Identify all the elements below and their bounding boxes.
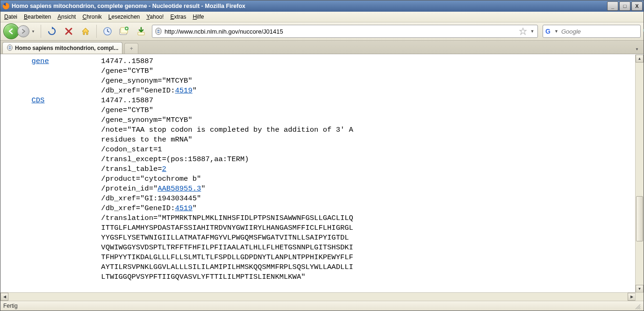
protein-id-link[interactable]: AAB58955.3 xyxy=(157,184,201,193)
tab-active[interactable]: Homo sapiens mitochondrion, compl... xyxy=(2,42,122,54)
scroll-thumb[interactable] xyxy=(636,196,643,241)
navigation-toolbar: ▼ http://www.ncbi.nlm.nih.gov/nuccore/J0… xyxy=(0,22,644,41)
search-engine-dropdown[interactable]: ▼ xyxy=(554,29,558,34)
cds-translation-l4: VQWIWGGYSVDSPTLTRFFTFHFILPFIIAALATLHLLFL… xyxy=(101,243,353,252)
menu-datei[interactable]: Datei xyxy=(4,14,17,20)
url-dropdown-icon[interactable]: ▼ xyxy=(529,29,536,34)
url-text[interactable]: http://www.ncbi.nlm.nih.gov/nuccore/J014… xyxy=(165,28,517,35)
new-tab-tab-button[interactable]: + xyxy=(124,43,138,54)
forward-button[interactable] xyxy=(17,25,29,37)
tab-bar: Homo sapiens mitochondrion, compl... + ▼ xyxy=(0,41,644,54)
separator xyxy=(96,25,97,38)
downloads-button[interactable] xyxy=(135,25,147,37)
cds-translation-l3: YYGSFLYSETWNIGIILLATMATAFMGYVLPWGQMSFWGA… xyxy=(101,233,349,242)
cds-translation-l1: /translation="MTPMRKTNPLMKLINHSFIDLPTPSN… xyxy=(101,214,353,222)
back-button[interactable] xyxy=(3,23,19,39)
gene-qualifier-synonym: /gene_synonym="MTCYB" xyxy=(101,77,192,85)
site-identity-icon[interactable] xyxy=(154,27,163,35)
resize-grip-icon[interactable] xyxy=(633,302,641,310)
horizontal-scrollbar[interactable]: ◀ ▶ xyxy=(0,292,636,301)
scroll-track-h[interactable] xyxy=(8,293,628,301)
tab-favicon xyxy=(7,44,13,52)
cds-qualifier-codonstart: /codon_start=1 xyxy=(101,145,162,154)
tab-label: Homo sapiens mitochondrion, compl... xyxy=(15,45,118,51)
browser-window: Homo sapiens mitochondrion, complete gen… xyxy=(0,0,644,311)
new-tab-button[interactable] xyxy=(118,25,130,37)
cds-qualifier-gi: /db_xref="GI:194303445" xyxy=(101,194,201,203)
cds-translation-l6: AYTILRSVPNKLGGVLALLLSILILAMIPILHMSKQQSMM… xyxy=(101,263,353,271)
history-button[interactable] xyxy=(101,25,114,37)
cds-qualifier-product: /product="cytochrome b" xyxy=(101,175,201,183)
cds-location: 14747..15887 xyxy=(101,96,153,105)
status-text: Fertig xyxy=(3,303,18,309)
reload-button[interactable] xyxy=(46,25,58,37)
page-viewport[interactable]: gene 14747..15887 /gene="CYTB" /gene_syn… xyxy=(0,55,636,293)
cds-qualifier-proteinid-pre: /protein_id=" xyxy=(101,184,157,193)
menubar: Datei Bearbeiten Ansicht Chronik Lesezei… xyxy=(0,12,644,22)
feature-key-cds[interactable]: CDS xyxy=(32,96,45,105)
scroll-up-button[interactable]: ▲ xyxy=(636,55,644,63)
menu-yahoo[interactable]: Yahoo! xyxy=(146,14,164,20)
gene-qualifier-gene: /gene="CYTB" xyxy=(101,67,153,75)
search-engine-icon[interactable]: G xyxy=(545,27,552,35)
geneid-link[interactable]: 4519 xyxy=(175,86,192,95)
menu-ansicht[interactable]: Ansicht xyxy=(57,14,76,20)
cds-qualifier-translexcept: /transl_except=(pos:15887,aa:TERM) xyxy=(101,155,249,163)
close-button[interactable]: X xyxy=(631,1,643,11)
window-controls: _ □ X xyxy=(607,1,643,11)
cds-translation-l7: LTWIGGQPVSYPFTIIGQVASVLYFTTILILMPTISLIEN… xyxy=(101,273,305,281)
scroll-right-button[interactable]: ▶ xyxy=(628,293,636,301)
separator xyxy=(41,25,41,38)
menu-lesezeichen[interactable]: Lesezeichen xyxy=(108,14,140,20)
menu-bearbeiten[interactable]: Bearbeiten xyxy=(24,14,51,20)
cds-qualifier-transltable-pre: /transl_table= xyxy=(101,165,162,173)
cds-translation-l5: TFHPYYTIKDALGLLLFLLSLMTLTLFSPDLLGDPDNYTL… xyxy=(101,253,353,262)
scroll-track[interactable] xyxy=(636,63,644,285)
cds-qualifier-gene: /gene="CYTB" xyxy=(101,106,153,114)
url-bar[interactable]: http://www.ncbi.nlm.nih.gov/nuccore/J014… xyxy=(152,25,538,38)
search-input[interactable] xyxy=(560,28,641,35)
nav-history-dropdown[interactable]: ▼ xyxy=(30,25,36,38)
gene-location: 14747..15887 xyxy=(101,57,153,65)
content-area: gene 14747..15887 /gene="CYTB" /gene_syn… xyxy=(0,54,644,301)
scroll-corner xyxy=(635,292,644,301)
gene-qualifier-dbxref-pre: /db_xref="GeneID: xyxy=(101,86,175,95)
stop-button[interactable] xyxy=(63,25,75,37)
svg-text:G: G xyxy=(545,28,551,35)
window-title: Homo sapiens mitochondrion, complete gen… xyxy=(12,3,245,9)
cds-qualifier-note-l1: /note="TAA stop codon is completed by th… xyxy=(101,126,353,134)
search-bar[interactable]: G ▼ xyxy=(543,25,641,38)
cds-qualifier-synonym: /gene_synonym="MTCYB" xyxy=(101,116,192,124)
feature-key-gene[interactable]: gene xyxy=(32,57,49,65)
tab-list-dropdown[interactable]: ▼ xyxy=(632,44,642,54)
cds-qualifier-note-l2: residues to the mRNA" xyxy=(101,135,192,144)
cds-qualifier-dbxref2-pre: /db_xref="GeneID: xyxy=(101,204,175,212)
firefox-icon xyxy=(2,2,10,10)
genbank-record: gene 14747..15887 /gene="CYTB" /gene_syn… xyxy=(0,57,636,282)
svg-rect-5 xyxy=(138,32,144,35)
geneid-link-2[interactable]: 4519 xyxy=(175,204,192,212)
scroll-left-button[interactable]: ◀ xyxy=(0,293,8,301)
nav-buttons: ▼ xyxy=(3,23,36,39)
minimize-button[interactable]: _ xyxy=(607,1,618,11)
home-button[interactable] xyxy=(79,25,92,37)
menu-chronik[interactable]: Chronik xyxy=(82,14,101,20)
menu-extras[interactable]: Extras xyxy=(170,14,186,20)
menu-hilfe[interactable]: Hilfe xyxy=(193,14,204,20)
cds-translation-l2: ITTGLFLAMHYSPDASTAFSSIAHITRDVNYGWIIRYLHA… xyxy=(101,224,353,232)
transl-table-link[interactable]: 2 xyxy=(162,165,166,173)
maximize-button[interactable]: □ xyxy=(619,1,630,11)
bookmark-star-icon[interactable] xyxy=(519,27,527,35)
status-bar: Fertig xyxy=(0,301,644,311)
titlebar: Homo sapiens mitochondrion, complete gen… xyxy=(0,0,644,12)
vertical-scrollbar[interactable]: ▲ ▼ xyxy=(635,55,644,293)
scroll-down-button[interactable]: ▼ xyxy=(636,285,644,293)
